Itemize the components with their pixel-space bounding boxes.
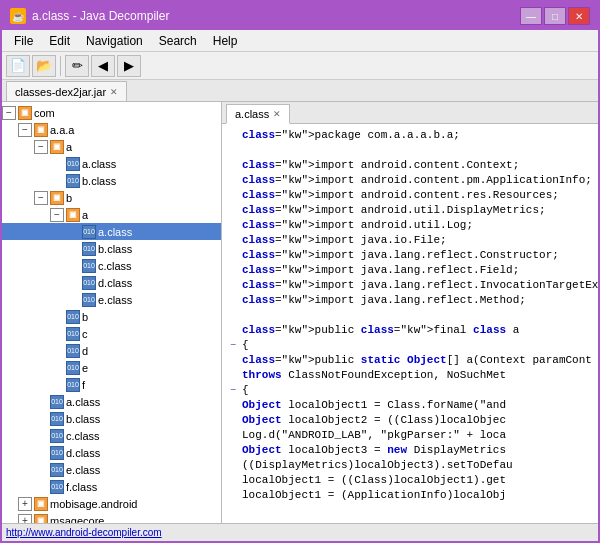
code-text: class="kw">import java.lang.reflect.Cons… bbox=[242, 248, 590, 263]
tree-node[interactable]: 010f.class bbox=[2, 478, 221, 495]
editor-tab-close[interactable]: ✕ bbox=[273, 109, 281, 119]
fold-marker bbox=[230, 398, 242, 413]
tree-node-label: d.class bbox=[66, 447, 100, 459]
tree-node[interactable]: +▣msagecore bbox=[2, 512, 221, 523]
fold-marker[interactable]: − bbox=[230, 338, 242, 353]
tree-icon: ▣ bbox=[50, 140, 64, 154]
minimize-button[interactable]: — bbox=[520, 7, 542, 25]
tree-node[interactable]: 010f bbox=[2, 376, 221, 393]
tree-toggle[interactable]: − bbox=[18, 123, 32, 137]
back-button[interactable]: ◀ bbox=[91, 55, 115, 77]
maximize-button[interactable]: □ bbox=[544, 7, 566, 25]
fold-marker bbox=[230, 308, 242, 323]
tree-node-label: f.class bbox=[66, 481, 97, 493]
file-tab-close[interactable]: ✕ bbox=[110, 87, 118, 97]
tree-node-label: mobisage.android bbox=[50, 498, 137, 510]
tree-node[interactable]: 010a.class bbox=[2, 223, 221, 240]
fold-marker bbox=[230, 188, 242, 203]
tree-node-label: b.class bbox=[66, 413, 100, 425]
fold-marker bbox=[230, 248, 242, 263]
code-line: class="kw">import java.lang.reflect.Meth… bbox=[230, 293, 590, 308]
tree-icon: ▣ bbox=[18, 106, 32, 120]
tree-node[interactable]: 010c.class bbox=[2, 257, 221, 274]
tree-node[interactable]: +▣mobisage.android bbox=[2, 495, 221, 512]
code-text: Object localObject1 = Class.forName("and bbox=[242, 398, 590, 413]
edit-button[interactable]: ✏ bbox=[65, 55, 89, 77]
file-tab-label: classes-dex2jar.jar bbox=[15, 86, 106, 98]
code-line: class="kw">import android.content.res.Re… bbox=[230, 188, 590, 203]
code-line: class="kw">public static Object[] a(Cont… bbox=[230, 353, 590, 368]
fold-marker bbox=[230, 263, 242, 278]
tree-icon: 010 bbox=[66, 174, 80, 188]
code-line: class="kw">package com.a.a.a.b.a; bbox=[230, 128, 590, 143]
tree-node[interactable]: 010b.class bbox=[2, 240, 221, 257]
tree-node[interactable]: −▣a bbox=[2, 138, 221, 155]
main-content: −▣com−▣a.a.a−▣a010a.class010b.class−▣b−▣… bbox=[2, 102, 598, 523]
tree-node[interactable]: 010e bbox=[2, 359, 221, 376]
tree-node[interactable]: 010e.class bbox=[2, 461, 221, 478]
tree-toggle[interactable]: − bbox=[34, 191, 48, 205]
tree-toggle[interactable]: − bbox=[50, 208, 64, 222]
new-button[interactable]: 📄 bbox=[6, 55, 30, 77]
tree-node[interactable]: 010c bbox=[2, 325, 221, 342]
code-text: Object localObject2 = ((Class)localObjec bbox=[242, 413, 590, 428]
tree-node[interactable]: −▣a bbox=[2, 206, 221, 223]
code-text: class="kw">import android.content.Contex… bbox=[242, 158, 590, 173]
class-tree[interactable]: −▣com−▣a.a.a−▣a010a.class010b.class−▣b−▣… bbox=[2, 102, 221, 523]
tree-node[interactable]: 010a.class bbox=[2, 393, 221, 410]
code-line: ((DisplayMetrics)localObject3).setToDefa… bbox=[230, 458, 590, 473]
tree-node[interactable]: 010e.class bbox=[2, 291, 221, 308]
class-tree-pane: −▣com−▣a.a.a−▣a010a.class010b.class−▣b−▣… bbox=[2, 102, 222, 523]
tree-node[interactable]: −▣b bbox=[2, 189, 221, 206]
tree-node-label: a bbox=[66, 141, 72, 153]
file-tab-strip: classes-dex2jar.jar ✕ bbox=[2, 80, 598, 102]
close-button[interactable]: ✕ bbox=[568, 7, 590, 25]
code-editor[interactable]: class="kw">package com.a.a.a.b.a; class=… bbox=[222, 124, 598, 523]
tree-node-label: a bbox=[82, 209, 88, 221]
tree-node[interactable]: −▣com bbox=[2, 104, 221, 121]
tree-toggle[interactable]: − bbox=[2, 106, 16, 120]
tree-node-label: c.class bbox=[66, 430, 100, 442]
tree-toggle[interactable]: + bbox=[18, 497, 32, 511]
tree-node[interactable]: 010b.class bbox=[2, 172, 221, 189]
tree-toggle[interactable]: − bbox=[34, 140, 48, 154]
menu-edit[interactable]: Edit bbox=[41, 32, 78, 50]
title-bar: ☕ a.class - Java Decompiler — □ ✕ bbox=[2, 2, 598, 30]
menu-file[interactable]: File bbox=[6, 32, 41, 50]
file-tab[interactable]: classes-dex2jar.jar ✕ bbox=[6, 81, 127, 101]
tree-node[interactable]: 010c.class bbox=[2, 427, 221, 444]
tree-node-label: a.class bbox=[82, 158, 116, 170]
tree-node[interactable]: 010d.class bbox=[2, 274, 221, 291]
tree-icon: 010 bbox=[50, 463, 64, 477]
fold-marker bbox=[230, 488, 242, 503]
editor-pane: a.class ✕ class="kw">package com.a.a.a.b… bbox=[222, 102, 598, 523]
code-line: localObject1 = ((Class)localObject1).get bbox=[230, 473, 590, 488]
forward-button[interactable]: ▶ bbox=[117, 55, 141, 77]
code-text: class="kw">import android.util.DisplayMe… bbox=[242, 203, 590, 218]
status-link[interactable]: http://www.android-decompiler.com bbox=[6, 527, 162, 538]
fold-marker[interactable]: − bbox=[230, 383, 242, 398]
menu-search[interactable]: Search bbox=[151, 32, 205, 50]
editor-tab[interactable]: a.class ✕ bbox=[226, 104, 290, 124]
menu-navigation[interactable]: Navigation bbox=[78, 32, 151, 50]
tree-toggle[interactable]: + bbox=[18, 514, 32, 524]
tree-node[interactable]: 010d.class bbox=[2, 444, 221, 461]
fold-marker bbox=[230, 413, 242, 428]
tree-node[interactable]: −▣a.a.a bbox=[2, 121, 221, 138]
tree-node[interactable]: 010a.class bbox=[2, 155, 221, 172]
code-line: throws ClassNotFoundException, NoSuchMet bbox=[230, 368, 590, 383]
code-line: Log.d("ANDROID_LAB", "pkgParser:" + loca bbox=[230, 428, 590, 443]
open-button[interactable]: 📂 bbox=[32, 55, 56, 77]
menu-help[interactable]: Help bbox=[205, 32, 246, 50]
tree-node[interactable]: 010d bbox=[2, 342, 221, 359]
tree-icon: 010 bbox=[66, 344, 80, 358]
tree-node[interactable]: 010b bbox=[2, 308, 221, 325]
code-line: class="kw">import android.content.Contex… bbox=[230, 158, 590, 173]
fold-marker bbox=[230, 128, 242, 143]
tree-node-label: e.class bbox=[66, 464, 100, 476]
tree-node[interactable]: 010b.class bbox=[2, 410, 221, 427]
tree-node-label: msagecore bbox=[50, 515, 104, 524]
code-text: class="kw">import android.util.Log; bbox=[242, 218, 590, 233]
fold-marker bbox=[230, 293, 242, 308]
code-line: class="kw">import android.content.pm.App… bbox=[230, 173, 590, 188]
